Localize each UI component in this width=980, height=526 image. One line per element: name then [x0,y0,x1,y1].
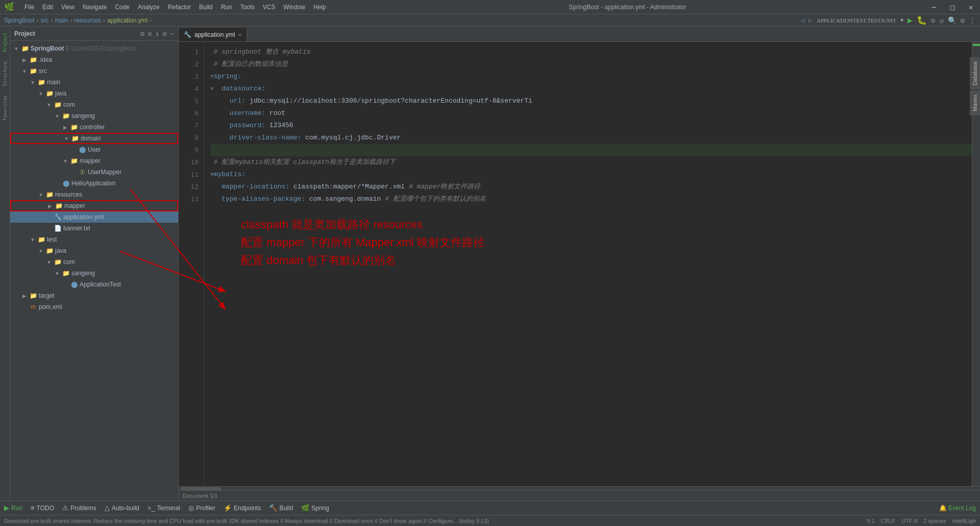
line-num-8: 8 [179,132,204,144]
menu-analyze[interactable]: Analyze [138,4,160,11]
tree-item-domain[interactable]: ▼ 📁 domain [10,133,178,144]
menu-vcs[interactable]: VCS [263,4,276,11]
tree-item-test[interactable]: ▼ 📁 test [10,234,178,245]
tree-item-src[interactable]: ▼ 📁 src [10,65,178,77]
menu-window[interactable]: Window [283,4,305,11]
tree-item-com[interactable]: ▼ 📁 com [10,99,178,110]
panel-icon-gear[interactable]: ⚙ [162,30,166,38]
folder-sangeng-icon: 📁 [61,112,70,119]
tab-close-yml[interactable]: × [238,32,241,38]
code-key-type-alias: type-aliases-package: [222,193,309,205]
code-comment-2: # 配置自己的数据库信息 [214,58,288,70]
tree-item-test-com[interactable]: ▼ 📁 com [10,256,178,268]
code-content[interactable]: # springboot 整合 mybatis # 配置自己的数据库信息 ▼ s… [204,42,972,486]
nav-forward-icon[interactable]: ▷ [808,16,813,24]
toolbar-problems[interactable]: ⚠ Problems [62,504,96,512]
toolbar-endpoints[interactable]: ⚡ Endpoints [224,504,261,512]
breadcrumb-springboot[interactable]: SpringBoot [4,17,34,24]
minimize-button[interactable]: ─ [929,3,939,11]
panel-icon-sort[interactable]: ↕ [155,30,159,38]
tree-item-springboot[interactable]: ▼ 📁 SpringBoot E:\Code\IDEA\SpringBoot [10,43,178,54]
code-key-datasource: datasource: [222,83,265,95]
status-indent[interactable]: 2 spaces [923,518,946,524]
menu-run[interactable]: Run [221,4,232,11]
tree-item-sangeng[interactable]: ▼ 📁 sangeng [10,110,178,122]
maximize-button[interactable]: □ [947,3,958,11]
menu-help[interactable]: Help [313,4,326,11]
favorites-side-tab[interactable]: Favorites [2,91,9,125]
breadcrumb-file[interactable]: application.yml [107,17,148,24]
scrollbar-area[interactable] [179,486,980,490]
toolbar-spring[interactable]: 🌿 Spring [301,504,329,512]
tree-label-usermapper: UserMapper [88,169,121,176]
structure-side-tab[interactable]: Structure [2,57,9,90]
menu-edit[interactable]: Edit [42,4,53,11]
menu-code[interactable]: Code [115,4,130,11]
status-theme[interactable]: IntelliLigh [952,518,976,524]
menu-refactor[interactable]: Refactor [168,4,191,11]
project-side-tab[interactable]: Project [2,29,9,56]
menu-view[interactable]: View [61,4,75,11]
tree-item-idea[interactable]: ▶ 📁 .idea [10,54,178,65]
annotation-line1: classpath 就是类加载路径 resources [241,216,941,233]
menu-build[interactable]: Build [199,4,213,11]
run-button[interactable]: ▶ [908,15,913,25]
status-position[interactable]: 9:1 [867,518,874,524]
tree-item-resources[interactable]: ▼ 📁 resources [10,189,178,200]
toolbar-event-log[interactable]: 🔔 Event Log [939,505,976,512]
tree-item-applicationtest[interactable]: ⬤ ApplicationTest [10,279,178,290]
run-config-dropdown-icon[interactable]: ▼ [900,17,903,23]
horizontal-scrollbar[interactable] [181,487,222,490]
breadcrumb-main[interactable]: main [55,17,68,24]
tree-item-user[interactable]: ⬤ User [10,144,178,155]
tree-item-test-sangeng[interactable]: ▼ 📁 sangeng [10,268,178,279]
settings-icon[interactable]: ⚙ [961,16,965,25]
tab-application-yml[interactable]: 🔧 application.yml × [179,28,247,41]
tree-item-mapper-res[interactable]: ▶ 📁 mapper [10,200,178,211]
menu-tools[interactable]: Tools [240,4,255,11]
database-side-tab[interactable]: Database [970,57,980,89]
menu-file[interactable]: File [24,4,34,11]
toolbar-profiler[interactable]: ◎ Profiler [188,504,215,512]
tree-arrow-resources: ▼ [37,192,45,198]
class-hello-icon: ⬤ [61,180,70,187]
tree-item-controller[interactable]: ▶ 📁 controller [10,122,178,133]
tree-item-usermapper[interactable]: ① UserMapper [10,166,178,178]
more-icon[interactable]: ⋮ [969,16,976,25]
breadcrumb-resources[interactable]: resources [74,17,101,24]
toolbar-auto-build[interactable]: △ Auto-build [105,504,139,512]
build-icon[interactable]: ⚙ [931,16,935,25]
menu-navigate[interactable]: Navigate [83,4,107,11]
tree-item-mapper-java[interactable]: ▼ 📁 mapper [10,155,178,166]
nav-back-icon[interactable]: ◁ [800,16,804,24]
tree-item-banner[interactable]: 📄 banner.txt [10,223,178,234]
reload-icon[interactable]: ↺ [939,16,943,25]
tree-label-yml: application.yml [63,213,104,221]
debug-button[interactable]: 🐛 [917,15,927,25]
tree-item-helloapplication[interactable]: ⬤ HelloApplication [10,178,178,189]
toolbar-run[interactable]: ▶ Run [4,504,22,512]
tree-item-main[interactable]: ▼ 📁 main [10,77,178,88]
panel-icon-settings[interactable]: ⚙ [140,30,144,38]
tree-item-java[interactable]: ▼ 📁 java [10,88,178,99]
search-button[interactable]: 🔍 [948,16,957,25]
tree-item-test-java[interactable]: ▼ 📁 java [10,245,178,256]
panel-icon-layout[interactable]: ≡ [148,30,152,38]
close-button[interactable]: ✕ [966,3,976,11]
line-num-7: 7 [179,119,204,132]
status-encoding[interactable]: UTF-8 [901,518,917,524]
run-config-label[interactable]: APPLICATIONTEST.TESTJUNIT [817,17,896,23]
status-line-sep[interactable]: CRLF [881,518,896,524]
toolbar-todo[interactable]: ≡ TODO [31,504,54,512]
panel-icon-minus[interactable]: − [170,30,174,38]
tree-item-target[interactable]: ▶ 📁 target [10,290,178,301]
maven-side-tab[interactable]: Maven [970,90,980,115]
toolbar-build[interactable]: 🔨 Build [269,504,293,512]
txt-file-icon: 📄 [53,225,62,232]
tree-item-pom[interactable]: m pom.xml [10,301,178,313]
breadcrumb-src[interactable]: src [40,17,48,24]
toolbar-terminal[interactable]: >_ Terminal [148,504,180,512]
tree-item-application-yml[interactable]: 🔧 application.yml [10,211,178,223]
folder-idea-icon: 📁 [29,56,38,63]
annotation-area: classpath 就是类加载路径 resources 配置 mapper 下的… [210,205,972,280]
